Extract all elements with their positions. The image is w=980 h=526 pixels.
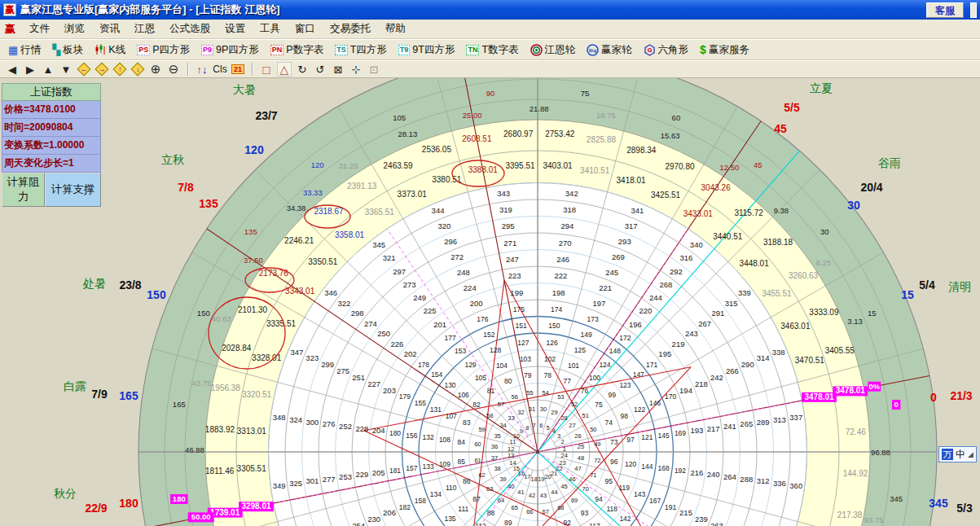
toolbar-button-9P四方形[interactable]: P99P四方形 xyxy=(196,41,264,59)
svg-text:341: 341 xyxy=(631,206,644,215)
toolbar-button-K线[interactable]: K线 xyxy=(90,41,130,59)
toolbar-button-9T四方形[interactable]: T99T四方形 xyxy=(393,41,460,59)
down-arrow-icon[interactable]: ▼ xyxy=(59,62,73,77)
menu-item-工具[interactable]: 工具 xyxy=(253,20,288,37)
svg-text:135: 135 xyxy=(199,197,218,210)
svg-text:7: 7 xyxy=(533,422,536,429)
toolbar-button-江恩轮[interactable]: 江恩轮 xyxy=(525,41,581,59)
svg-text:63: 63 xyxy=(486,485,493,493)
menu-item-文件[interactable]: 文件 xyxy=(22,20,57,37)
svg-text:128: 128 xyxy=(490,346,501,354)
svg-text:112: 112 xyxy=(475,522,486,526)
window-titlebar: 赢 赢家江恩专业版[赢家内部服务平台] - [上证指数 江恩轮] 客服 xyxy=(0,0,980,20)
svg-text:157: 157 xyxy=(406,464,417,472)
pan-right-icon[interactable]: → xyxy=(94,62,109,77)
svg-text:68: 68 xyxy=(557,504,564,511)
menu-item-帮助[interactable]: 帮助 xyxy=(378,20,413,37)
zoom-in-icon[interactable]: ⊕ xyxy=(148,62,163,77)
svg-text:102: 102 xyxy=(544,355,556,363)
prev-arrow-icon[interactable]: ◀ xyxy=(5,62,20,77)
pan-up-icon[interactable]: ↑ xyxy=(112,62,127,77)
ime-dropdown-icon[interactable]: ◢ xyxy=(968,450,973,458)
svg-text:83: 83 xyxy=(463,419,471,427)
svg-text:276: 276 xyxy=(323,419,336,428)
menu-item-窗口[interactable]: 窗口 xyxy=(288,20,323,37)
menu-item-浏览[interactable]: 浏览 xyxy=(57,20,92,37)
svg-text:28.13: 28.13 xyxy=(398,129,418,138)
svg-text:173: 173 xyxy=(587,315,598,323)
svg-text:73: 73 xyxy=(610,438,618,446)
toolbar-button-六角形[interactable]: 六角形 xyxy=(639,41,694,59)
menu-item-交易委托[interactable]: 交易委托 xyxy=(323,20,378,37)
sidebar-field: 价格=3478.0100 xyxy=(2,101,101,119)
partial-button[interactable] xyxy=(970,2,977,18)
svg-text:313: 313 xyxy=(773,415,786,424)
svg-text:46: 46 xyxy=(569,476,575,483)
rotate-cw-icon[interactable]: ↻ xyxy=(295,62,310,77)
svg-text:大暑: 大暑 xyxy=(233,83,256,96)
up-arrow-icon[interactable]: ▲ xyxy=(41,62,55,77)
svg-text:124: 124 xyxy=(599,361,610,369)
svg-text:345: 345 xyxy=(372,240,385,249)
toolbar-button-T数字表[interactable]: TNT数字表 xyxy=(461,41,523,59)
center-icon[interactable]: ⊹ xyxy=(349,62,363,77)
pan-left-icon[interactable]: ← xyxy=(77,62,91,77)
sort-updown-icon[interactable]: ↑↓ xyxy=(195,62,209,77)
menu-item-公式选股[interactable]: 公式选股 xyxy=(162,20,218,37)
svg-text:15: 15 xyxy=(901,288,914,301)
customer-service-button[interactable]: 客服 xyxy=(926,2,964,18)
svg-text:25: 25 xyxy=(578,443,584,450)
zoom-out-icon[interactable]: ⊖ xyxy=(166,62,181,77)
svg-text:150: 150 xyxy=(197,309,210,318)
instrument-title: 上证指数 xyxy=(2,83,101,101)
calc-support-button[interactable]: 计算支撑 xyxy=(45,173,101,207)
svg-text:315: 315 xyxy=(725,299,738,308)
toolbar-button-赢家轮[interactable]: Big赢家轮 xyxy=(582,41,637,59)
next-arrow-icon[interactable]: ▶ xyxy=(23,62,37,77)
window-title: 赢家江恩专业版[赢家内部服务平台] - [上证指数 江恩轮] xyxy=(20,2,279,17)
svg-text:84: 84 xyxy=(458,438,466,446)
svg-text:275: 275 xyxy=(336,366,349,375)
svg-text:322: 322 xyxy=(337,299,350,308)
toolbar-button-P四方形[interactable]: PSP四方形 xyxy=(132,41,195,59)
ime-mode-label[interactable]: 中 xyxy=(956,448,965,462)
menu-item-资讯[interactable]: 资讯 xyxy=(92,20,127,37)
draw-triangle-icon[interactable]: △ xyxy=(277,62,292,77)
svg-text:82: 82 xyxy=(472,401,481,409)
ime-icon[interactable]: 万 xyxy=(942,449,953,460)
svg-text:48: 48 xyxy=(578,454,584,462)
clear-button[interactable]: Cls xyxy=(213,62,227,77)
svg-text:100: 100 xyxy=(589,374,600,382)
rotate-ccw-icon[interactable]: ↺ xyxy=(313,62,327,77)
toolbar-button-行情[interactable]: ▦行情 xyxy=(3,41,46,59)
svg-text:179: 179 xyxy=(399,392,411,401)
pan-down-icon[interactable]: ↓ xyxy=(130,62,145,77)
svg-text:170: 170 xyxy=(665,392,676,401)
svg-text:77: 77 xyxy=(563,377,571,385)
toolbar-button-赢家服务[interactable]: $赢家服务 xyxy=(695,41,754,59)
svg-text:250: 250 xyxy=(377,329,390,338)
screen-icon[interactable]: ⊡ xyxy=(367,62,381,77)
toolbar-button-P数字表[interactable]: PNP数字表 xyxy=(266,41,328,59)
draw-square-icon[interactable]: □ xyxy=(259,62,274,77)
svg-text:298: 298 xyxy=(351,309,364,318)
ime-toolbar[interactable]: 万 中 ◢ xyxy=(938,446,977,462)
svg-text:292: 292 xyxy=(670,267,683,276)
svg-text:2: 2 xyxy=(560,438,564,445)
calendar-icon[interactable]: 21 xyxy=(231,62,245,77)
fit-window-icon[interactable]: ⊠ xyxy=(331,62,345,77)
gann-wheel-chart[interactable]: 1234567891011121314151617181920212223242… xyxy=(0,78,980,526)
svg-text:97: 97 xyxy=(626,436,635,444)
calc-resistance-button[interactable]: 计算阻力 xyxy=(2,173,45,207)
svg-text:105: 105 xyxy=(393,113,406,122)
svg-text:123: 123 xyxy=(619,381,631,389)
menu-item-江恩[interactable]: 江恩 xyxy=(127,20,162,37)
svg-text:130: 130 xyxy=(444,381,455,389)
toolbar-button-板块[interactable]: ▚板块 xyxy=(47,41,88,59)
svg-text:87: 87 xyxy=(472,495,481,503)
toolbar-button-T四方形[interactable]: TST四方形 xyxy=(330,41,392,59)
svg-text:31: 31 xyxy=(529,405,535,413)
svg-text:195: 195 xyxy=(658,349,671,358)
svg-text:27: 27 xyxy=(569,422,575,429)
menu-item-设置[interactable]: 设置 xyxy=(218,20,253,37)
